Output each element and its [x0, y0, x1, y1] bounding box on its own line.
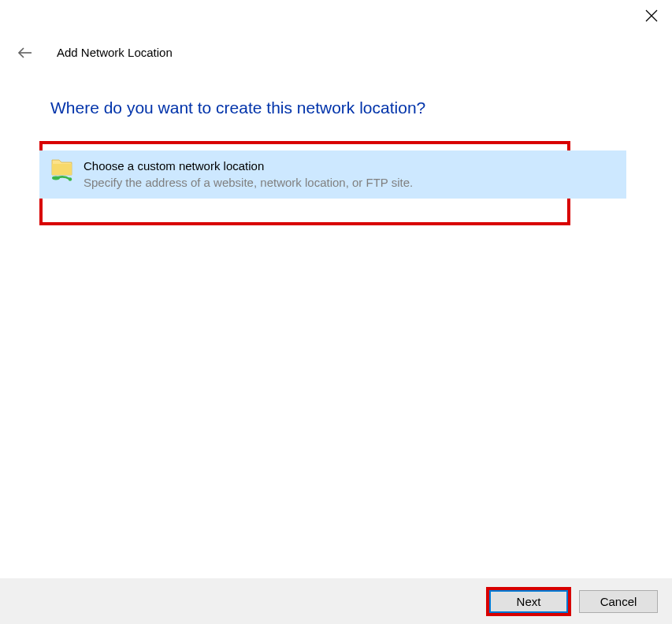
wizard-title: Add Network Location: [57, 46, 173, 59]
network-folder-icon: [50, 157, 74, 182]
option-description: Specify the address of a website, networ…: [84, 174, 413, 191]
wizard-content: Where do you want to create this network…: [0, 59, 672, 225]
svg-point-4: [69, 177, 72, 180]
wizard-header: Add Network Location: [0, 32, 672, 59]
custom-network-location-option[interactable]: Choose a custom network location Specify…: [39, 150, 626, 199]
titlebar: [0, 0, 672, 32]
wizard-heading: Where do you want to create this network…: [0, 98, 672, 117]
cancel-button[interactable]: Cancel: [579, 590, 658, 613]
wizard-footer: Next Cancel: [0, 578, 672, 624]
option-text: Choose a custom network location Specify…: [84, 157, 413, 191]
back-arrow-icon[interactable]: [17, 46, 33, 59]
annotation-highlight-next: Next: [486, 587, 571, 616]
next-button[interactable]: Next: [489, 590, 568, 613]
option-title: Choose a custom network location: [84, 158, 413, 174]
annotation-highlight: Choose a custom network location Specify…: [39, 141, 570, 225]
close-icon[interactable]: [645, 9, 658, 22]
